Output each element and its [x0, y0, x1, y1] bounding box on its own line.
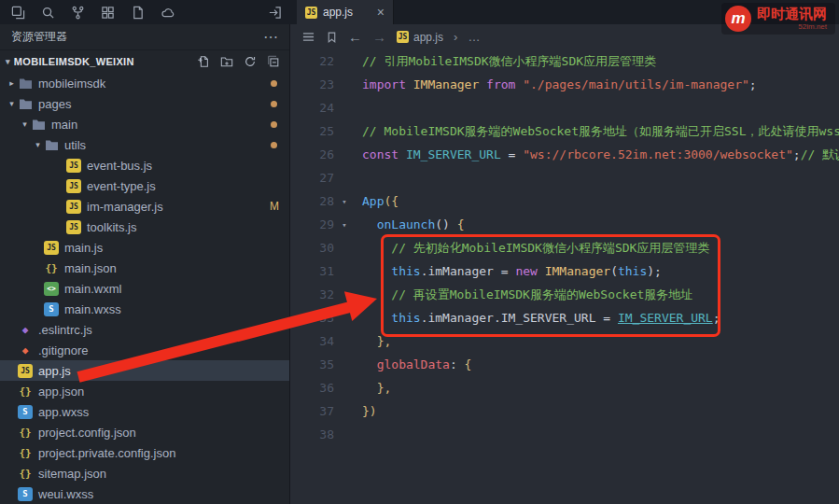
tree-item--gitignore[interactable]: ◆.gitignore	[0, 340, 289, 360]
json-file-icon: {}	[18, 426, 33, 440]
more-actions-icon[interactable]: ⋯	[263, 28, 278, 46]
json-file-icon: {}	[44, 261, 59, 275]
breadcrumb-ellipsis[interactable]: …	[468, 30, 480, 44]
tree-item-sitemap-json[interactable]: {}sitemap.json	[0, 463, 289, 483]
tree-item-label: pages	[38, 97, 71, 111]
code-line-29[interactable]: 29▾ onLaunch() {	[291, 213, 839, 236]
json-file-icon: {}	[18, 467, 33, 481]
code-line-37[interactable]: 37})	[291, 399, 839, 423]
tree-item-utils[interactable]: ▾utils	[0, 134, 289, 155]
chevron-right-icon[interactable]: ▸	[6, 78, 18, 88]
code-line-28[interactable]: 28▾App({	[291, 189, 839, 213]
tree-item-project-config-json[interactable]: {}project.config.json	[0, 422, 289, 442]
tree-item-label: utils	[64, 138, 86, 152]
code-line-24[interactable]: 24	[291, 96, 839, 119]
code-line-27[interactable]: 27	[291, 166, 839, 189]
code-line-25[interactable]: 25// MobileIMSDK服务端的WebSocket服务地址（如服务端已开…	[291, 119, 839, 143]
watermark-logo-icon: m	[725, 6, 751, 32]
tree-item-pages[interactable]: ▾pages	[0, 93, 289, 114]
code-line-35[interactable]: 35 globalData: {	[291, 353, 839, 376]
chevron-down-icon: ▾	[6, 57, 10, 66]
tree-item-label: toolkits.js	[87, 220, 136, 234]
code-text: globalData: {	[355, 357, 471, 371]
json-file-icon: {}	[18, 385, 33, 399]
document-icon[interactable]	[131, 6, 145, 20]
breadcrumb-file[interactable]: JS app.js	[397, 31, 443, 44]
tree-item-label: app.json	[38, 385, 84, 399]
code-line-36[interactable]: 36 },	[291, 376, 839, 399]
code-line-33[interactable]: 33 this.imManager.IM_SERVER_URL = IM_SER…	[291, 306, 839, 329]
tree-item-event-type-js[interactable]: JSevent-type.js	[0, 175, 289, 196]
line-number: 25	[291, 124, 334, 138]
tree-item-app-wxss[interactable]: Sapp.wxss	[0, 401, 289, 422]
code-text: // MobileIMSDK服务端的WebSocket服务地址（如服务端已开启S…	[355, 123, 839, 140]
tree-item-app-js[interactable]: JSapp.js	[0, 360, 289, 381]
code-line-34[interactable]: 34 },	[291, 329, 839, 353]
titlebar	[0, 0, 839, 24]
line-number: 32	[291, 287, 334, 301]
tree-item-im-manager-js[interactable]: JSim-manager.jsM	[0, 196, 289, 217]
close-icon[interactable]: ×	[377, 5, 385, 20]
forward-arrow-icon[interactable]: →	[372, 29, 386, 45]
menu-icon[interactable]	[301, 31, 315, 43]
line-number: 22	[291, 54, 334, 68]
fold-chevron-icon[interactable]: ▾	[334, 197, 355, 206]
code-line-23[interactable]: 23import IMManager from "./pages/main/ut…	[291, 73, 839, 96]
extensions-grid-icon[interactable]	[101, 6, 115, 20]
code-text: // 引用MobileIMSDK微信小程序端SDK应用层管理类	[355, 53, 656, 70]
chevron-down-icon[interactable]: ▾	[6, 99, 18, 108]
plugin-install-icon[interactable]	[268, 6, 282, 20]
bookmark-icon[interactable]	[326, 31, 338, 44]
code-text: },	[355, 381, 391, 395]
search-icon[interactable]	[41, 6, 55, 20]
tree-item-main-json[interactable]: {}main.json	[0, 258, 289, 278]
tree-item-main[interactable]: ▾main	[0, 114, 289, 134]
fold-chevron-icon[interactable]: ▾	[334, 220, 355, 230]
tree-item-mobileimsdk[interactable]: ▸mobileimsdk	[0, 73, 289, 93]
explorer-icon[interactable]	[11, 6, 25, 20]
code-line-30[interactable]: 30 // 先初始化MobileIMSDK微信小程序端SDK应用层管理类	[291, 236, 839, 259]
workspace-section[interactable]: ▾ MOBILEIMSDK_WEIXIN	[0, 50, 289, 73]
breadcrumb-separator: ›	[454, 30, 457, 44]
tab-app-js[interactable]: JS app.js ×	[297, 0, 394, 24]
chevron-down-icon[interactable]: ▾	[32, 140, 44, 149]
cloud-icon[interactable]	[161, 6, 175, 20]
new-file-icon[interactable]	[197, 55, 210, 68]
git-fork-icon[interactable]	[71, 6, 85, 20]
code-line-32[interactable]: 32 // 再设置MobileIMSDK服务端的WebSocket服务地址	[291, 283, 839, 306]
line-number: 27	[291, 171, 334, 185]
modified-dot-icon	[271, 80, 277, 87]
code-line-22[interactable]: 22// 引用MobileIMSDK微信小程序端SDK应用层管理类	[291, 49, 839, 73]
refresh-icon[interactable]	[244, 55, 257, 68]
tree-item-label: event-type.js	[87, 179, 156, 193]
tree-item--eslintrc-js[interactable]: ◆.eslintrc.js	[0, 319, 289, 340]
tree-item-project-private-config-json[interactable]: {}project.private.config.json	[0, 442, 289, 463]
code-line-26[interactable]: 26const IM_SERVER_URL = "ws://rbcore.52i…	[291, 143, 839, 166]
collapse-all-icon[interactable]	[267, 55, 280, 68]
back-arrow-icon[interactable]: ←	[348, 29, 362, 45]
js-file-icon: JS	[44, 241, 59, 255]
tree-item-label: project.private.config.json	[38, 446, 175, 460]
tree-item-app-json[interactable]: {}app.json	[0, 381, 289, 401]
new-folder-icon[interactable]	[220, 55, 233, 68]
tree-item-toolkits-js[interactable]: JStoolkits.js	[0, 217, 289, 237]
tree-item-weui-wxss[interactable]: Sweui.wxss	[0, 483, 289, 504]
code-line-38[interactable]: 38	[291, 423, 839, 446]
tree-item-label: main.js	[64, 241, 103, 255]
code-line-31[interactable]: 31 this.imManager = new IMManager(this);	[291, 259, 839, 283]
js-file-icon: JS	[305, 7, 317, 19]
line-number: 23	[291, 77, 334, 91]
code-text: })	[355, 404, 377, 418]
code-text: // 再设置MobileIMSDK服务端的WebSocket服务地址	[355, 287, 692, 303]
tree-item-main-js[interactable]: JSmain.js	[0, 237, 289, 258]
tree-item-main-wxml[interactable]: <>main.wxml	[0, 278, 289, 299]
tree-item-event-bus-js[interactable]: JSevent-bus.js	[0, 155, 289, 175]
git-modified-badge: M	[270, 200, 279, 213]
code-area: 22// 引用MobileIMSDK微信小程序端SDK应用层管理类23impor…	[291, 49, 839, 504]
tree-item-label: app.js	[38, 364, 71, 378]
code-text: // 先初始化MobileIMSDK微信小程序端SDK应用层管理类	[355, 240, 709, 257]
chevron-down-icon[interactable]: ▾	[19, 119, 31, 129]
line-number: 24	[291, 101, 334, 115]
file-tree: ▸mobileimsdk▾pages▾main▾utilsJSevent-bus…	[0, 73, 289, 504]
tree-item-main-wxss[interactable]: Smain.wxss	[0, 299, 289, 319]
